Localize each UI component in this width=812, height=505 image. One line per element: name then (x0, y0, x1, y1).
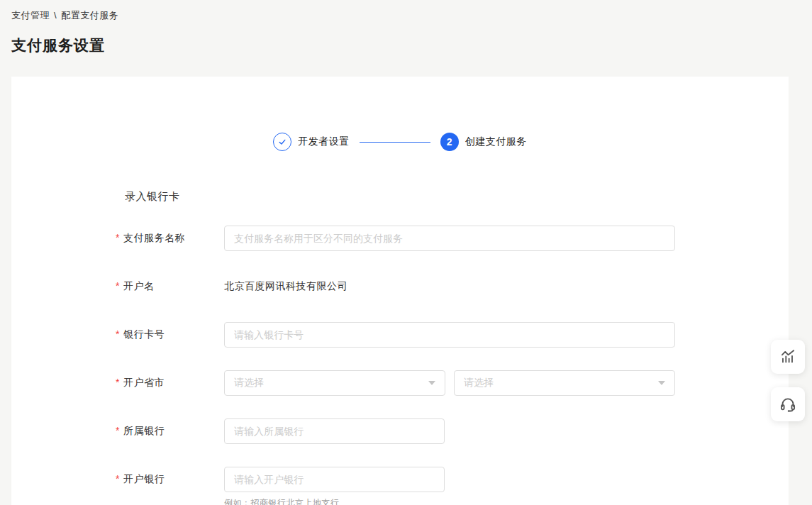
field-label: *所属银行 (116, 425, 224, 438)
required-asterisk: * (116, 473, 120, 484)
field-label-text: 所属银行 (123, 425, 165, 436)
section-title-enter-bank-card: 录入银行卡 (125, 190, 789, 204)
form-row-account-name: *开户名 北京百度网讯科技有限公司 (116, 274, 789, 299)
stepper-connector (360, 142, 430, 143)
required-asterisk: * (116, 425, 120, 436)
form-row-card-number: *银行卡号 (116, 322, 789, 348)
customer-support-button[interactable] (771, 387, 805, 421)
required-asterisk: * (116, 328, 120, 340)
province-select-placeholder: 请选择 (234, 377, 264, 389)
check-icon (277, 137, 287, 147)
breadcrumb-item-payment-management[interactable]: 支付管理 (11, 10, 50, 21)
field-label: *开户省市 (116, 377, 224, 389)
payment-service-name-input[interactable] (224, 226, 675, 251)
field-label: *开户银行 (116, 473, 224, 486)
content-panel: 开发者设置 2 创建支付服务 录入银行卡 *支付服务名称 *开户名 北京百度网讯… (11, 77, 789, 505)
field-label: *开户名 (116, 280, 224, 293)
chevron-down-icon (658, 381, 665, 385)
required-asterisk: * (116, 280, 120, 292)
city-select-placeholder: 请选择 (464, 377, 494, 389)
form-row-bank: *所属银行 (116, 418, 789, 444)
required-asterisk: * (116, 377, 120, 388)
stepper: 开发者设置 2 创建支付服务 (11, 132, 789, 152)
analytics-chart-icon (779, 348, 797, 366)
branch-bank-input[interactable] (224, 467, 445, 492)
branch-bank-hint: 例如：招商银行北京上地支行 (224, 497, 789, 505)
province-select[interactable]: 请选择 (224, 370, 445, 396)
required-asterisk: * (116, 232, 120, 243)
bank-name-input[interactable] (224, 418, 445, 444)
bank-card-form: *支付服务名称 *开户名 北京百度网讯科技有限公司 *银行卡号 *开户省市 请选… (116, 226, 789, 505)
form-row-branch: *开户银行 (116, 467, 789, 492)
field-label: *银行卡号 (116, 328, 224, 341)
account-name-value: 北京百度网讯科技有限公司 (224, 280, 347, 293)
field-label-text: 开户省市 (123, 377, 165, 388)
chevron-down-icon (428, 381, 435, 385)
analytics-button[interactable] (771, 340, 805, 374)
step-completed-circle (273, 133, 291, 151)
headset-support-icon (779, 395, 797, 414)
field-label-text: 支付服务名称 (123, 232, 185, 243)
field-label-text: 银行卡号 (123, 328, 165, 340)
province-city-selects: 请选择 请选择 (224, 370, 675, 396)
form-row-province-city: *开户省市 请选择 请选择 (116, 370, 789, 396)
step-create-payment-service: 2 创建支付服务 (440, 133, 527, 151)
field-label-text: 开户名 (123, 280, 155, 292)
field-label: *支付服务名称 (116, 232, 224, 245)
bank-card-number-input[interactable] (224, 322, 675, 348)
form-row-service-name: *支付服务名称 (116, 226, 789, 251)
breadcrumb: 支付管理\配置支付服务 (11, 9, 118, 22)
step-active-circle: 2 (440, 133, 459, 151)
step-label: 开发者设置 (298, 135, 350, 148)
breadcrumb-item-configure-payment-service: 配置支付服务 (61, 10, 118, 21)
field-label-text: 开户银行 (123, 473, 165, 484)
breadcrumb-separator: \ (54, 10, 57, 21)
page-title: 支付服务设置 (11, 35, 105, 55)
city-select[interactable]: 请选择 (454, 370, 675, 396)
step-label: 创建支付服务 (465, 135, 527, 148)
step-developer-settings: 开发者设置 (273, 133, 350, 151)
